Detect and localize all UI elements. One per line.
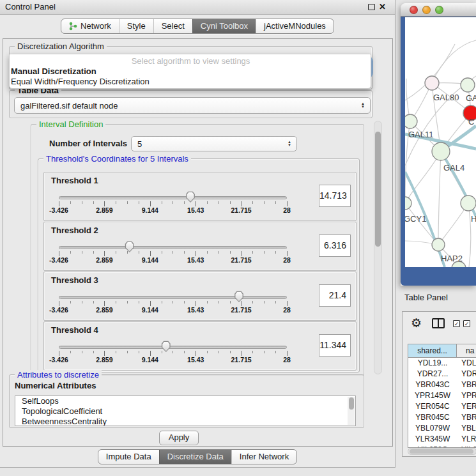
columns-icon[interactable] — [432, 318, 445, 328]
gear-icon[interactable]: ⚙ — [411, 317, 422, 330]
slider-major-tick — [59, 251, 59, 256]
app-root: Control Panel ✕ NetworkStyleSelectCyni T… — [0, 0, 476, 476]
node-top-right[interactable] — [461, 78, 475, 92]
dropdown-placeholder-item[interactable]: Select algorithm to view settings — [10, 56, 371, 66]
table-cell: YDR27... — [408, 369, 457, 380]
table-row[interactable]: YBR045CYBR0 — [408, 412, 476, 423]
threshold-value-field-3[interactable]: 21.4 — [319, 284, 351, 307]
tab-style[interactable]: Style — [119, 19, 153, 33]
table-row[interactable]: YBL079WYBL0 — [408, 423, 476, 434]
table-cell: YBR045C — [408, 412, 457, 423]
bottom-tab-infer-network[interactable]: Infer Network — [231, 450, 296, 464]
network-graph[interactable]: GAL80GACGAL11GAL4GCY1HHAP2 — [405, 17, 476, 267]
slider-tick-label: 9.144 — [142, 206, 158, 214]
node-label-gcy1: GCY1 — [405, 214, 426, 224]
table-data-select[interactable]: galFiltered.sif default node ▲▼ — [14, 97, 371, 114]
float-window-icon[interactable] — [368, 4, 375, 10]
bottom-tab-discretize-data[interactable]: Discretize Data — [159, 450, 231, 464]
table-cell: YBR0 — [457, 412, 476, 423]
network-edge — [405, 151, 441, 203]
threshold-value-field-4[interactable]: 11.344 — [319, 334, 351, 357]
combo-arrows-icon: ▲▼ — [284, 141, 295, 147]
node-hap2[interactable] — [432, 238, 445, 251]
numerical-attributes-heading: Numerical Attributes — [15, 381, 96, 390]
network-icon — [69, 22, 77, 31]
network-edge — [405, 44, 455, 100]
slider-tick-label: 21.715 — [231, 356, 252, 364]
attributes-list[interactable]: SelfLoopsTopologicalCoefficientBetweenne… — [15, 395, 356, 426]
scrollbar-thumb[interactable] — [349, 397, 354, 410]
slider-tick-label: 15.43 — [187, 256, 204, 264]
column-header-1[interactable]: shared... — [408, 344, 457, 358]
slider-track[interactable] — [59, 346, 287, 349]
tab-jactivemnodules[interactable]: jActiveMNodules — [256, 19, 334, 33]
attribute-item-betweennesscentrality[interactable]: BetweennessCentrality — [15, 417, 355, 426]
network-canvas[interactable]: GAL80GACGAL11GAL4GCY1HHAP2 — [405, 17, 476, 267]
apply-button[interactable]: Apply — [159, 431, 199, 445]
slider-track[interactable] — [59, 196, 287, 199]
slider-major-tick — [287, 201, 288, 206]
node-gal80[interactable] — [425, 76, 439, 90]
tab-select[interactable]: Select — [153, 19, 192, 33]
threshold-box-2: Threshold 2-3.4262.8599.14415.4321.71528… — [43, 222, 357, 271]
close-traffic-light[interactable] — [410, 6, 418, 14]
node-gcy1[interactable] — [405, 197, 411, 210]
combo-arrows-icon: ▲▼ — [358, 102, 368, 109]
node-gal4[interactable] — [432, 142, 450, 160]
table-hscrollbar[interactable] — [408, 448, 476, 455]
slider-major-tick — [242, 201, 242, 206]
dropdown-item-manual-discretization[interactable]: Manual Discretization — [10, 66, 371, 77]
slider-tick-label: -3.426 — [49, 356, 68, 364]
number-of-intervals-select[interactable]: 5 ▲▼ — [131, 136, 297, 151]
node-h[interactable] — [461, 196, 476, 211]
table-row[interactable]: YDL19...YDL1 — [408, 358, 476, 369]
bottom-tab-label-discretize-data: Discretize Data — [167, 450, 224, 464]
tab-label-style: Style — [127, 19, 146, 33]
table-row[interactable]: YBR043CYBR0 — [408, 380, 476, 390]
node-table[interactable]: shared...naYDL19...YDL1YDR27...YDR2YBR04… — [408, 344, 476, 448]
slider-tick-label: -3.426 — [49, 256, 68, 264]
attribute-item-selfloops[interactable]: SelfLoops — [15, 396, 355, 406]
table-cell: YER054C — [408, 401, 457, 412]
slider-tick-label: 9.144 — [142, 256, 158, 264]
table-row[interactable]: YLR345WYLR3 — [408, 434, 476, 445]
slider-major-tick — [104, 351, 105, 356]
dropdown-item-equal-width-frequency-discretization[interactable]: Equal Width/Frequency Discretization — [10, 77, 371, 87]
close-icon[interactable]: ✕ — [379, 2, 386, 12]
slider-tick-label: -3.426 — [49, 306, 68, 314]
slider-tick-label: 2.859 — [96, 356, 112, 364]
checkbox-icon[interactable]: ✓ — [463, 320, 470, 327]
slider-tick-label: 28 — [283, 356, 291, 364]
slider-major-tick — [287, 251, 288, 256]
bottom-tab-impute-data[interactable]: Impute Data — [98, 450, 159, 464]
columns-icon-divider — [438, 319, 439, 327]
table-cell: YBL0 — [457, 423, 476, 434]
table-cell: YDL19... — [408, 358, 457, 369]
slider-major-tick — [150, 251, 151, 256]
threshold-value-field-1[interactable]: 14.713 — [319, 185, 351, 207]
tab-cyni-toolbox[interactable]: Cyni Toolbox — [192, 19, 256, 33]
threshold-value-field-2[interactable]: 6.316 — [319, 234, 351, 257]
slider-major-tick — [59, 301, 59, 306]
slider-major-tick — [196, 351, 196, 356]
column-header-2[interactable]: na — [457, 344, 476, 358]
attributes-list-scrollbar[interactable] — [348, 397, 355, 425]
node-label-gal11: GAL11 — [408, 130, 434, 139]
scrollbar-thumb[interactable] — [375, 132, 381, 247]
table-row[interactable]: YDR27...YDR2 — [408, 369, 476, 380]
zoom-traffic-light[interactable] — [435, 6, 443, 14]
checkbox-icon[interactable]: ✓ — [453, 320, 460, 327]
control-panel-titlebar: Control Panel ✕ — [0, 0, 395, 15]
table-row[interactable]: YPR145WYPR1 — [408, 390, 476, 401]
scrollbar-thumb[interactable] — [410, 449, 473, 454]
table-row[interactable]: YER054CYER0 — [408, 401, 476, 412]
tab-network[interactable]: Network — [61, 19, 119, 33]
settings-scrollbar[interactable] — [374, 121, 382, 374]
node-gal11[interactable] — [405, 114, 417, 128]
slider-tick-label: 28 — [283, 306, 291, 314]
slider-track[interactable] — [59, 246, 287, 249]
threshold-label-1: Threshold 1 — [51, 176, 98, 185]
minimize-traffic-light[interactable] — [422, 6, 431, 14]
slider-track[interactable] — [59, 296, 287, 299]
attribute-item-topologicalcoefficient[interactable]: TopologicalCoefficient — [15, 406, 355, 417]
